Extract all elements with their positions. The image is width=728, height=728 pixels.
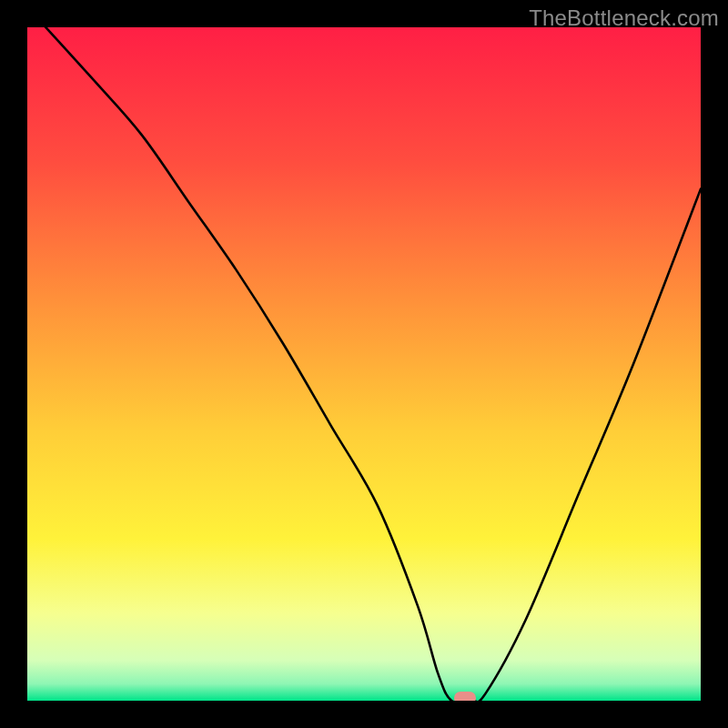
optimal-point-marker (454, 692, 476, 701)
plot-area (27, 27, 701, 701)
bottleneck-curve (27, 27, 701, 701)
chart-stage: TheBottleneck.com (0, 0, 728, 728)
watermark-label: TheBottleneck.com (529, 5, 719, 31)
